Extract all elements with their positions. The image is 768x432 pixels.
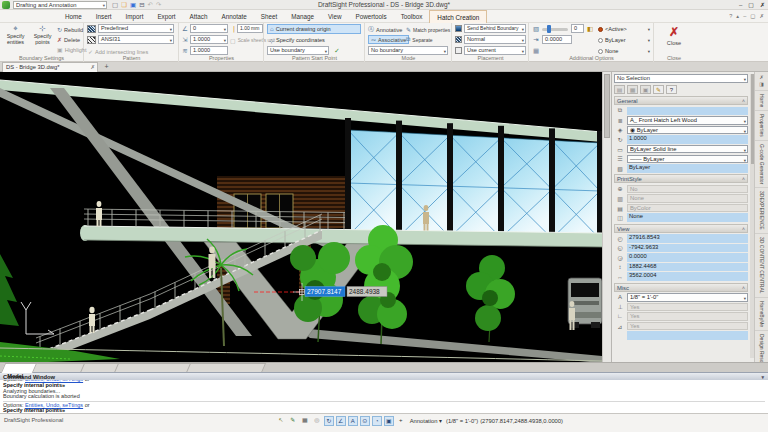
use-boundary-combo[interactable]: Use boundary▾ [267,46,329,55]
hatch-scale-combo[interactable]: 1.0000▾ [190,35,228,44]
blank-field[interactable] [627,331,748,340]
match-properties-button[interactable]: ✎Match properties [406,25,450,34]
close-icon[interactable]: ✗ [760,0,765,10]
annotation-letter-icon[interactable]: A [348,416,358,426]
specify-entities-button[interactable]: ⌖ Specifyentities [2,24,29,54]
sheet-tab-model[interactable]: Model [1,363,38,373]
tab-attach[interactable]: Attach [183,10,215,24]
section-printstyle[interactable]: PrintStyle˄ [614,174,748,183]
layer-target-combo[interactable]: Use current▾ [464,46,526,55]
delete-button[interactable]: ✗Delete [57,35,80,44]
ortho-icon[interactable]: ↻ [324,416,334,426]
offset-field[interactable]: 0.0000 [542,35,572,44]
transparency-slider[interactable] [542,28,568,31]
toggle-value-icon[interactable]: ▣ [640,85,651,94]
polar-icon[interactable]: ∠ [336,416,346,426]
canvas-scrollbar[interactable] [602,72,611,362]
hatch-angle-combo[interactable]: 0▾ [190,24,228,33]
palette-close-icon[interactable]: ✗ [759,74,763,80]
picture-icon[interactable]: ▦ [532,46,540,55]
grid-icon[interactable]: ▦ [300,416,310,426]
esnap-icon[interactable]: ◔ [372,416,382,426]
height-field[interactable]: 1882.4468 [627,263,748,272]
maximize-icon[interactable]: ▢ [748,0,754,10]
strip-tab-3dexperience[interactable]: 3DEXPERIENCE [755,187,768,233]
quick-select-icon[interactable]: ▦ [627,85,638,94]
tab-hatch-creation[interactable]: Hatch Creation [429,10,487,24]
tab-powertools[interactable]: Powertools [348,10,393,24]
tab-home[interactable]: Home [58,10,89,24]
sphere-icon[interactable]: ◎ [312,416,322,426]
palette-pin-icon[interactable]: ◨ [759,81,764,87]
layer-combo[interactable]: A_ Front Hatch Left Wood▾ [627,116,748,125]
tab-sheet[interactable]: Sheet [254,10,284,24]
separate-toggle[interactable]: ⧉Separate [406,35,433,44]
tab-toolbox[interactable]: Toolbox [394,10,430,24]
help-icon[interactable]: ? [666,85,677,94]
center-y-field[interactable]: -7942.9633 [627,244,748,253]
bylayer-radio[interactable]: ByLayer▾ [596,35,652,45]
pointer-snap-icon[interactable]: ↖ [276,416,286,426]
tab-view[interactable]: View [321,10,349,24]
command-window-header[interactable]: Command Window▾ [0,372,768,380]
print-icon[interactable]: ⊟ [139,0,144,10]
open-folder-icon[interactable]: ❏ [121,0,127,10]
line-style-combo[interactable]: ByLayer Solid line▾ [627,145,748,154]
line-weight-combo[interactable]: —— ByLayer▾ [627,155,748,164]
new-document-tab-button[interactable]: + [102,63,111,71]
strip-tab-home[interactable]: Home [755,90,768,110]
doc-minimize-icon[interactable]: – [743,10,746,23]
stylus-icon[interactable]: ✎ [288,416,298,426]
select-entities-icon[interactable]: ▤ [614,85,625,94]
strip-tab-3dcontentcentral[interactable]: 3D CONTENT CENTRAL [755,233,768,297]
annotation-scale-value[interactable]: (1/8" = 1'-0") [446,418,478,424]
strip-tab-properties[interactable]: Properties [755,110,768,140]
lineweight-field[interactable]: 1.00 mm [237,24,263,33]
workspace-selector[interactable]: Drafting and Annotation▾ [13,1,107,9]
transparency-value-field[interactable]: 0 [571,24,584,33]
tab-manage[interactable]: Manage [284,10,321,24]
associative-toggle[interactable]: ∾Associative [368,35,409,44]
doc-close-icon[interactable]: ✗ [759,10,764,23]
highlight-button[interactable]: ▣Highlight [57,45,86,54]
minimize-icon[interactable]: – [739,0,742,10]
rebuild-button[interactable]: ↻Rebuild [57,25,83,34]
printstyle-none-field[interactable]: None [627,213,748,222]
section-misc[interactable]: Misc˄ [614,283,748,292]
layer-preview-icon[interactable]: ▣ [384,416,394,426]
strip-tab-design-resources[interactable]: Design Resources [755,330,768,362]
annotation-dropdown[interactable]: Annotation ▾ [408,418,444,424]
save-icon[interactable]: ▣ [130,0,136,10]
document-tab[interactable]: DS - Bridge 3D.dwg*✗ [2,62,98,72]
selection-filter-combo[interactable]: No Selection▾ [614,74,748,83]
active-scale-radio[interactable]: <Active>▾ [596,24,652,34]
apply-check-icon[interactable]: ✓ [333,46,341,55]
transparency-field[interactable]: ByLayer [627,164,748,173]
drawing-canvas[interactable]: 27907.8147 2488.4938 [0,72,602,362]
help-icon[interactable]: ? [729,10,732,23]
slider-thumb[interactable] [547,25,551,33]
center-x-field[interactable]: 27916.8543 [627,234,748,243]
boundary-mode-combo[interactable]: No boundary▾ [368,46,448,55]
scrollbar-thumb[interactable] [604,74,610,138]
redo-icon[interactable]: ↷ [156,0,161,10]
undo-icon[interactable]: ↶ [148,0,153,10]
center-z-field[interactable]: 0.0000 [627,253,748,262]
specify-points-button[interactable]: ⊹ Specifypoints [29,24,56,54]
strip-tab-gcode[interactable]: G-code Generator [755,140,768,187]
command-window[interactable]: Options: Entities, Undo, seTtings or Spe… [0,380,768,413]
annotation-scale-combo[interactable]: 1/8" = 1'-0"▾ [627,293,748,302]
section-general[interactable]: General˄ [614,96,748,105]
line-color-combo[interactable]: ◉ ByLayer▾ [627,126,748,135]
ribbon-collapse-icon[interactable]: ▴ [736,10,739,23]
tab-export[interactable]: Export [150,10,182,24]
tab-annotate[interactable]: Annotate [214,10,253,24]
pattern-name-combo[interactable]: ANSI31▾ [98,35,174,44]
placement-combo[interactable]: Send Behind Boundary▾ [464,24,526,33]
width-field[interactable]: 3562.0004 [627,272,748,281]
tab-insert[interactable]: Insert [89,10,119,24]
annotative-toggle[interactable]: ⒶAnnotative [368,25,402,34]
current-drawing-origin-button[interactable]: ⌂Current drawing origin [267,24,361,34]
tab-import[interactable]: Import [119,10,151,24]
hyperlink-field[interactable] [627,107,748,116]
